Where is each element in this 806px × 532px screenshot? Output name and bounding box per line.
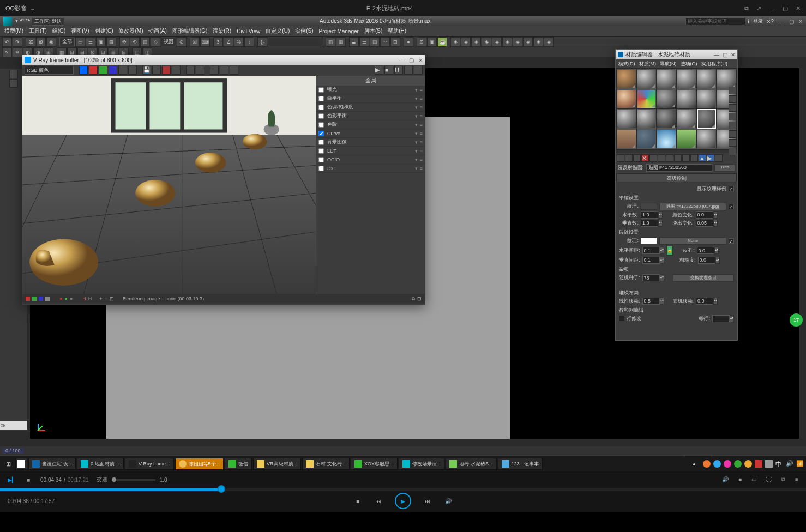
stop-button[interactable]: ■ [24,475,33,484]
named-sel-dropdown[interactable] [268,38,322,46]
max-minimize-icon[interactable]: — [779,19,785,25]
prev-button[interactable]: ⏮ [374,497,383,505]
max-maximize-icon[interactable]: ▢ [789,19,794,25]
vfb-saveall-button[interactable] [152,66,161,75]
vfb-close-icon[interactable]: ✕ [418,57,423,63]
mat-rollout-advanced[interactable]: 高级控制 [616,173,737,182]
player-app-name[interactable]: QQ影音 [5,4,27,13]
fade-input[interactable] [696,220,713,227]
taskbar-item-4[interactable]: 陈姐姐等5个... [175,458,224,470]
vfb-render-button[interactable]: ▶ [375,66,383,75]
tray-icon-5[interactable] [744,460,752,468]
vfb-side-header[interactable]: 全局 [316,76,425,86]
mat-select-by[interactable] [729,139,736,147]
max-close-icon[interactable]: ✕ [798,19,803,25]
mat-slot-20[interactable] [637,129,657,149]
close-icon[interactable]: ✕ [796,5,801,12]
taskbar-item-8[interactable]: XOX客服思... [351,458,398,470]
tool2-button[interactable]: ◈ [461,37,471,47]
vfb-clear-button[interactable] [162,66,171,75]
correction-ocio[interactable]: OCIO▾≡ [316,155,425,164]
selection-filter[interactable]: 全部 [59,38,75,46]
vfb-fit-icon[interactable]: ⊡ [110,296,114,301]
mat-type-button[interactable]: Tiles [714,164,735,172]
vfb-rgb-button[interactable] [79,66,88,75]
menu-graph[interactable]: 图形编辑器(G) [170,27,209,35]
mat-slot-10[interactable] [677,89,696,109]
vfb-b-button[interactable] [109,66,117,75]
tool3-button[interactable]: ◈ [471,37,481,47]
mat-maximize-icon[interactable]: ▢ [723,52,727,58]
help-search-input[interactable] [685,17,745,25]
mat-go-parent[interactable]: ▲ [699,154,706,162]
timeline-frame[interactable]: 0 / 100 [2,448,24,454]
vt2[interactable] [9,79,18,88]
vfb-link-icon[interactable]: ⧉ [412,296,415,302]
menu-anim[interactable]: 动画(A) [146,27,169,35]
mat-show-result[interactable] [690,154,698,162]
gap-lock-icon[interactable]: 🔒 [666,246,673,256]
mat-slot-6[interactable] [717,69,736,89]
mat-copy[interactable] [649,154,657,162]
vfb-region-button[interactable] [210,66,219,75]
vfb-zoom-icon[interactable]: + [99,296,102,301]
vfb-maximize-icon[interactable]: ▢ [409,57,414,63]
subtitle-icon[interactable]: ■ [738,476,742,483]
unlink-button[interactable]: ⛓ [36,37,46,47]
mat-put-lib[interactable] [666,154,673,162]
spinner-snap-button[interactable]: ↕ [244,37,254,47]
material-editor-button[interactable]: ● [404,37,413,47]
mat-name-input[interactable] [646,164,712,172]
mat-close-icon[interactable]: ✕ [731,52,735,58]
keymode-button[interactable]: ⌨ [200,37,210,47]
chevron-down-icon[interactable]: ⌄ [30,5,35,12]
vfb-save-button[interactable]: 💾 [142,66,151,75]
mat-slot-21[interactable] [657,129,676,149]
mat-make-unique[interactable] [658,154,665,162]
place-button[interactable]: ◇ [151,37,160,47]
select-region-button[interactable]: ▣ [96,37,106,47]
menu-custom[interactable]: 自定义(U) [263,27,292,35]
vfb-g-button[interactable] [99,66,107,75]
vfb-track-button[interactable] [186,66,195,75]
mat-reset[interactable]: ✕ [641,154,649,162]
mat-slot-9[interactable] [657,89,676,109]
ribbon-button[interactable]: ▤ [370,37,380,47]
align-button[interactable]: ▦ [336,37,346,47]
mat-options[interactable] [729,130,736,138]
link-button[interactable]: ⛓ [26,37,35,47]
redo-icon[interactable]: ↷ [26,17,30,26]
sec1[interactable]: ↖ [2,47,12,57]
pctg-input[interactable] [697,247,714,254]
mat-backlight[interactable] [729,95,736,103]
vfb-r-button[interactable] [89,66,98,75]
correction-huesat[interactable]: 色调/饱和度▾≡ [316,103,425,112]
tool6-button[interactable]: ◈ [502,37,512,47]
vgap-input[interactable] [642,257,660,264]
taskbar-item-9[interactable]: 修改场景渲... [399,458,445,470]
vfb-minimize-icon[interactable]: — [399,57,405,63]
vfb-copy-button[interactable] [172,66,181,75]
tex-swatch[interactable] [641,203,657,210]
mat-menu-util[interactable]: 实用程序(U) [700,61,730,68]
taskbar-item-7[interactable]: 石材 文化砖... [302,458,350,470]
maximize-icon[interactable]: ▢ [783,5,788,12]
tool8-button[interactable]: ◈ [523,37,533,47]
correction-levels[interactable]: 色阶▾≡ [316,120,425,129]
correction-balance[interactable]: 色彩平衡▾≡ [316,112,425,120]
mat-uv[interactable] [729,113,736,120]
menu-group[interactable]: 组(G) [50,27,68,35]
move-button[interactable]: ✥ [119,37,129,47]
snap-button[interactable]: 3 [213,37,223,47]
share-icon[interactable]: ↗ [756,5,761,12]
menu-civil[interactable]: Civil View [234,28,262,34]
tray-icon-2[interactable] [713,460,721,468]
vfb-titlebar[interactable]: V-Ray frame buffer - [100% of 800 x 600]… [22,55,425,65]
mat-slot-14[interactable] [637,109,657,129]
mat-slot-5[interactable] [697,69,717,89]
vfb-channel-dropdown[interactable]: RGB 颜色 [25,66,74,75]
tex-button[interactable]: 贴图 #417232580 (017.jpg) [659,203,726,210]
pin-icon[interactable]: ⧉ [744,5,749,12]
minimize-icon[interactable]: — [769,5,775,11]
mat-get[interactable] [617,154,624,162]
